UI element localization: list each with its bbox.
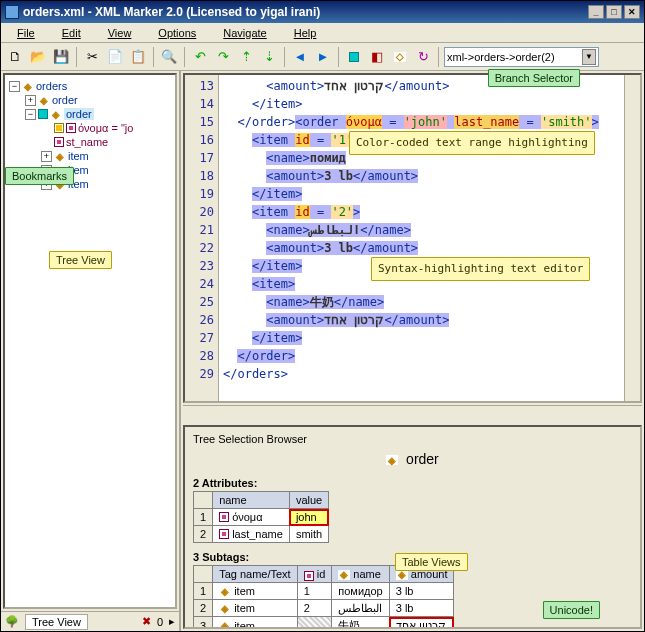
code-line[interactable]: <item id = '2'> xyxy=(223,203,620,221)
tree-tab[interactable]: Tree View xyxy=(25,614,88,630)
element-icon: ◈ xyxy=(338,570,350,580)
attribute-icon xyxy=(304,571,314,581)
column-header[interactable]: id xyxy=(297,566,332,583)
expand-icon[interactable]: + xyxy=(25,95,36,106)
table-row[interactable]: 1 όνομαjohn xyxy=(194,509,329,526)
column-header[interactable]: ◈ name xyxy=(332,566,389,583)
nav-prev-button[interactable]: ↶ xyxy=(190,47,210,67)
element-icon: ◈ xyxy=(50,109,62,119)
copy-button[interactable]: 📄 xyxy=(105,47,125,67)
new-button[interactable]: 🗋 xyxy=(5,47,25,67)
app-window: orders.xml - XML Marker 2.0 (Licensed to… xyxy=(0,0,645,632)
toolbar: 🗋 📂 💾 ✂ 📄 📋 🔍 ↶ ↷ ⇡ ⇣ ◄ ► ◧ ◇ ↻ xml->ord… xyxy=(1,43,644,71)
expand-icon[interactable]: + xyxy=(41,151,52,162)
bookmark-toggle-button[interactable] xyxy=(344,47,364,67)
menu-help[interactable]: Help xyxy=(282,25,329,41)
minimize-button[interactable]: _ xyxy=(588,5,604,19)
cut-button[interactable]: ✂ xyxy=(82,47,102,67)
close-button[interactable]: ✕ xyxy=(624,5,640,19)
element-icon: ◈ xyxy=(396,570,408,580)
element-icon: ◈ xyxy=(38,95,50,105)
find-button[interactable]: 🔍 xyxy=(159,47,179,67)
bookmark2-button[interactable]: ◧ xyxy=(367,47,387,67)
separator xyxy=(76,47,77,67)
column-header[interactable]: Tag name/Text xyxy=(213,566,298,583)
attribute-icon xyxy=(54,137,64,147)
tree-node[interactable]: st_name xyxy=(7,135,173,149)
code-line[interactable]: </item> xyxy=(223,185,620,203)
separator xyxy=(438,47,439,67)
sidebar: −◈orders+◈order−◈orderόνομα = "jost_name… xyxy=(1,71,181,631)
column-header[interactable]: value xyxy=(289,492,328,509)
code-line[interactable]: </item> xyxy=(223,95,620,113)
app-icon xyxy=(5,5,19,19)
callout-syntax-editor: Syntax-highlighting text editor xyxy=(371,257,590,281)
callout-branch-selector: Branch Selector xyxy=(488,69,580,87)
code-line[interactable]: <amount>3 lb</amount> xyxy=(223,167,620,185)
table-row[interactable]: 2◈ item2البطاطس3 lb xyxy=(194,600,454,617)
tree-node[interactable]: +◈order xyxy=(7,93,173,107)
code-line[interactable]: </order><order όνομα = 'john' last_name … xyxy=(223,113,620,131)
menu-edit[interactable]: Edit xyxy=(50,25,93,41)
expand-icon xyxy=(41,123,52,134)
next-sibling-button[interactable]: ► xyxy=(313,47,333,67)
scrollbar-h[interactable] xyxy=(183,405,642,421)
code-line[interactable]: <amount>קרטון אחד</amount> xyxy=(223,311,620,329)
tree-view[interactable]: −◈orders+◈order−◈orderόνομα = "jost_name… xyxy=(3,73,177,609)
branch-selector-value: xml->orders->order(2) xyxy=(447,51,555,63)
nav-parent-button[interactable]: ⇡ xyxy=(236,47,256,67)
code-line[interactable]: </order> xyxy=(223,347,620,365)
code-line[interactable]: </orders> xyxy=(223,365,620,383)
tree-node[interactable]: −◈order xyxy=(7,107,173,121)
titlebar: orders.xml - XML Marker 2.0 (Licensed to… xyxy=(1,1,644,23)
table-row[interactable]: 3◈ item牛奶קרטון אחד xyxy=(194,617,454,630)
callout-table-views: Table Views xyxy=(395,553,468,571)
menu-view[interactable]: View xyxy=(96,25,144,41)
nav-child-button[interactable]: ⇣ xyxy=(259,47,279,67)
prev-sibling-button[interactable]: ◄ xyxy=(290,47,310,67)
tree-tab-icon: 🌳 xyxy=(5,615,19,628)
open-button[interactable]: 📂 xyxy=(28,47,48,67)
tree-node[interactable]: −◈orders xyxy=(7,79,173,93)
subtags-table[interactable]: Tag name/Text id◈ name◈ amount1◈ item1по… xyxy=(193,565,454,629)
maximize-button[interactable]: □ xyxy=(606,5,622,19)
code-editor[interactable]: <amount>קרטון אחד</amount> </item> </ord… xyxy=(219,75,624,401)
menu-file[interactable]: File xyxy=(5,25,47,41)
code-line[interactable]: <amount>3 lb</amount> xyxy=(223,239,620,257)
tree-node-label: όνομα = "jo xyxy=(78,122,133,134)
scrollbar-v[interactable] xyxy=(624,75,640,401)
menu-navigate[interactable]: Navigate xyxy=(211,25,278,41)
element-icon: ◈ xyxy=(219,621,231,630)
attributes-table[interactable]: namevalue1 όνομαjohn2 last_namesmith xyxy=(193,491,329,543)
code-line[interactable]: <name>牛奶</name> xyxy=(223,293,620,311)
expand-icon[interactable]: − xyxy=(25,109,36,120)
tree-node[interactable]: +◈item xyxy=(7,149,173,163)
element-icon: ◈ xyxy=(219,586,231,596)
paste-button[interactable]: 📋 xyxy=(128,47,148,67)
separator xyxy=(284,47,285,67)
attribute-icon xyxy=(219,512,229,522)
code-line[interactable]: </item> xyxy=(223,329,620,347)
nav-next-button[interactable]: ↷ xyxy=(213,47,233,67)
dropdown-icon[interactable]: ▼ xyxy=(582,49,596,65)
table-row[interactable]: 2 last_namesmith xyxy=(194,526,329,543)
code-line[interactable]: <name>البطاطس</name> xyxy=(223,221,620,239)
line-gutter: 1314151617181920212223242526272829 xyxy=(185,75,219,401)
table-row[interactable]: 1◈ item1помидор3 lb xyxy=(194,583,454,600)
callout-color-range: Color-coded text range highlighting xyxy=(349,131,595,155)
separator xyxy=(338,47,339,67)
tree-selection-browser: Tree Selection Browser ◈ order 2 Attribu… xyxy=(183,425,642,629)
column-header[interactable]: name xyxy=(213,492,290,509)
tree-node-label: order xyxy=(64,108,94,120)
tree-node[interactable]: όνομα = "jo xyxy=(7,121,173,135)
nodeview-button[interactable]: ◇ xyxy=(390,47,410,67)
branch-selector[interactable]: xml->orders->order(2) ▼ xyxy=(444,47,599,67)
tree-node-label: item xyxy=(68,150,89,162)
expand-icon[interactable]: − xyxy=(9,81,20,92)
menu-options[interactable]: Options xyxy=(146,25,208,41)
save-button[interactable]: 💾 xyxy=(51,47,71,67)
body: −◈orders+◈order−◈orderόνομα = "jost_name… xyxy=(1,71,644,631)
refresh-button[interactable]: ↻ xyxy=(413,47,433,67)
separator xyxy=(153,47,154,67)
more-icon[interactable]: ▸ xyxy=(169,615,175,628)
